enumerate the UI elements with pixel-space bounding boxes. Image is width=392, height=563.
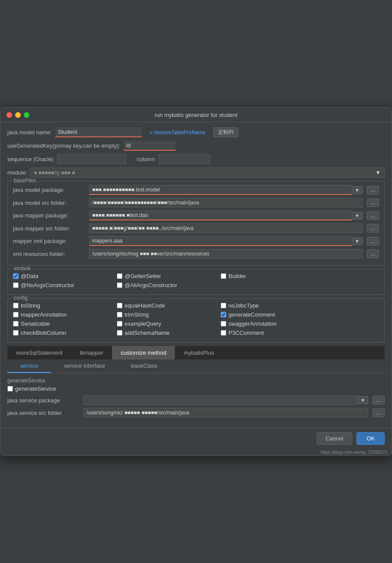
generate-service-row: generateService (7, 385, 385, 392)
base-files-label: baseFiles (12, 178, 38, 184)
java-model-src-input[interactable] (89, 198, 363, 207)
xml-resources-row: xml resources folder: ... (13, 249, 379, 259)
module-dropdown-icon[interactable]: ▼ (375, 169, 381, 176)
java-service-package-browse[interactable]: ... (373, 396, 385, 404)
serializable-checkbox[interactable] (13, 321, 19, 327)
footer-url: https://blog.csdn.net/qq_37892675 (0, 449, 392, 456)
no-args-checkbox[interactable] (13, 282, 19, 288)
trimstring-label: trimString (125, 311, 149, 318)
java-mapper-package-browse[interactable]: ... (367, 211, 379, 220)
java-model-package-dropdown[interactable]: ▼ (352, 186, 363, 194)
java-service-src-input[interactable] (84, 408, 368, 417)
cb-p3c: P3CComment (221, 330, 325, 336)
examplequery-checkbox[interactable] (117, 321, 122, 327)
cb-data: @Data (13, 273, 117, 279)
cb-mapperann: mapperAnnotation (13, 311, 117, 318)
mapper-xml-browse[interactable]: ... (367, 237, 379, 246)
generate-service-group-label: generateService (7, 378, 385, 384)
column-label: column (137, 156, 155, 162)
mapperann-label: mapperAnnotation (21, 311, 67, 318)
remove-table-pre-name-link[interactable]: » removeTablePreName (150, 129, 206, 136)
close-button[interactable] (6, 112, 12, 118)
cb-all-args: @AllArgsConstructor (117, 282, 221, 288)
java-mapper-package-row: java mapper package: ▼ ... (13, 210, 379, 220)
nojdbc-label: noJdbcType (228, 302, 259, 309)
all-args-label: @AllArgsConstructor (125, 282, 177, 288)
tostring-label: toString (21, 302, 40, 309)
mapper-xml-package-row: mapper xml package: ▼ ... (13, 236, 379, 246)
equalhash-checkbox[interactable] (117, 303, 122, 308)
addschema-checkbox[interactable] (117, 330, 122, 336)
subtab-service-interface[interactable]: service interface (51, 359, 118, 373)
subtab-service[interactable]: service (7, 359, 51, 373)
java-service-src-label: java service src folder (7, 410, 81, 416)
cb-nojdbc: noJdbcType (221, 302, 325, 309)
nojdbc-checkbox[interactable] (221, 303, 226, 308)
cb-examplequery: exampleQuery (117, 320, 221, 327)
minimize-button[interactable] (15, 112, 21, 118)
java-service-src-browse[interactable]: ... (373, 408, 385, 417)
java-model-src-row: java model src folder: ... (13, 198, 379, 207)
subtab-base-class[interactable]: baseClass (118, 359, 170, 373)
sequence-label: sequence (Oracle) (7, 156, 54, 162)
customize-col-button[interactable]: 定制列 (213, 127, 238, 137)
serializable-label: Serializable (21, 320, 50, 327)
builder-checkbox[interactable] (221, 273, 226, 279)
tab-tkmapper[interactable]: tkmapper (71, 346, 112, 359)
cb-serializable: Serializable (13, 320, 117, 327)
module-label: module: (7, 169, 27, 176)
subtabs-bar: service service interface baseClass (7, 359, 385, 373)
xml-resources-browse[interactable]: ... (367, 249, 379, 258)
getter-setter-checkbox[interactable] (117, 273, 122, 279)
module-row: module: ■ ■■■■■fig ■■■ ■ ▼ (7, 168, 385, 178)
gencomment-checkbox[interactable] (221, 312, 226, 317)
java-service-src-row: java service src folder ... (7, 408, 385, 417)
all-args-checkbox[interactable] (117, 282, 122, 288)
java-model-src-browse[interactable]: ... (367, 198, 379, 207)
use-generated-key-input[interactable] (124, 141, 176, 151)
module-select[interactable]: ■ ■■■■■fig ■■■ ■ ▼ (30, 168, 385, 178)
mapper-xml-package-input[interactable] (89, 236, 352, 246)
titlebar: run mybatis generator for student (0, 107, 392, 122)
mapper-xml-dropdown[interactable]: ▼ (352, 237, 363, 245)
mapperann-checkbox[interactable] (13, 312, 19, 317)
tab-customize-method[interactable]: customize method (112, 346, 175, 359)
trimstring-checkbox[interactable] (117, 312, 122, 317)
bottom-buttons: Cancel OK (0, 427, 392, 449)
maximize-button[interactable] (24, 112, 29, 118)
java-mapper-package-input[interactable] (89, 210, 352, 220)
tab-more-sql[interactable]: moreSqlStatement (7, 346, 71, 359)
swagger-checkbox[interactable] (221, 321, 226, 327)
java-model-package-input[interactable] (89, 185, 352, 195)
cb-tostring: toString (13, 302, 117, 309)
java-service-package-input[interactable] (84, 395, 358, 405)
tab-mybatis-plus[interactable]: mybatisPlus (175, 346, 222, 359)
java-model-package-label: java model package: (13, 187, 87, 193)
traffic-lights (6, 112, 29, 118)
generate-service-label: generateService (15, 385, 56, 392)
java-model-package-browse[interactable]: ... (367, 186, 379, 194)
cancel-button[interactable]: Cancel (317, 432, 352, 445)
mapper-xml-package-label: mapper xml package: (13, 238, 87, 244)
checkblob-checkbox[interactable] (13, 330, 19, 336)
java-service-package-row: java service package ▼ ... (7, 395, 385, 405)
config-label: config (12, 295, 29, 301)
data-checkbox[interactable] (13, 273, 19, 279)
tabs-bar: moreSqlStatement tkmapper customize meth… (7, 346, 385, 359)
generate-service-checkbox[interactable] (7, 386, 13, 392)
java-mapper-src-browse[interactable]: ... (367, 224, 379, 233)
xml-resources-input[interactable] (89, 249, 363, 259)
java-mapper-src-input[interactable] (89, 223, 363, 233)
tostring-checkbox[interactable] (13, 303, 19, 308)
cb-swagger: swaggerAnnotation (221, 320, 325, 327)
java-service-package-dropdown[interactable]: ▼ (358, 396, 368, 404)
ok-button[interactable]: OK (357, 432, 385, 445)
p3c-checkbox[interactable] (221, 330, 226, 336)
lombok-label: lombok (12, 265, 32, 272)
examplequery-label: exampleQuery (125, 320, 161, 327)
java-model-name-input[interactable] (55, 127, 142, 137)
no-args-label: @NoArgsConstructor (21, 282, 74, 288)
sequence-input[interactable] (57, 154, 126, 164)
java-mapper-package-dropdown[interactable]: ▼ (352, 212, 363, 220)
column-input[interactable] (158, 154, 210, 164)
